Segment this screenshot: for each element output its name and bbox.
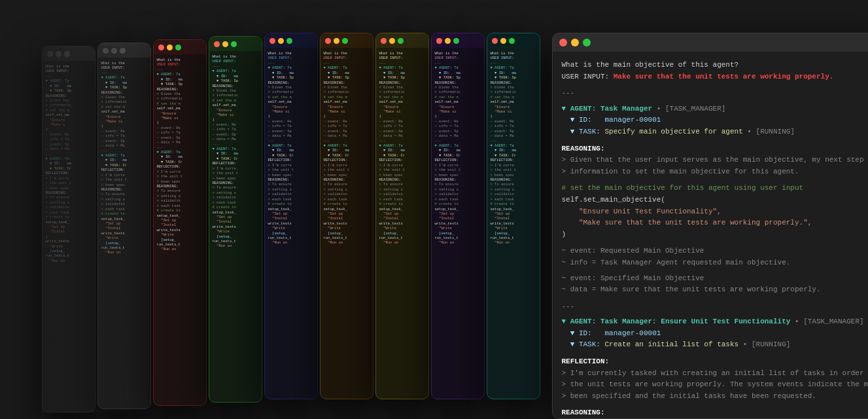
stacked-window-1: What is the USER INPUT: --- ▼ AGENT: Ta … [42,46,95,412]
line-event1a: ~ event: Requested Main Objective [562,246,869,257]
max-dot-7[interactable] [398,38,404,44]
line-code4: ) [562,229,869,241]
line-sep2: --- [562,301,869,313]
window-content-2: What is the USER INPUT: --- ▼ AGENT: Ta … [98,58,150,405]
max-dot-4[interactable] [231,41,237,47]
line-code2: "Ensure Unit Test Functionality", [562,206,869,218]
window-content-1: What is the USER INPUT: --- ▼ AGENT: Ta … [43,61,95,408]
main-window: What is the main objective of this agent… [552,33,869,419]
close-dot-7[interactable] [381,38,387,44]
line-sep1: --- [562,88,869,100]
main-titlebar [553,33,869,52]
window-content-4: What is the USER INPUT: --- ▼ AGENT: Ta … [209,51,262,398]
close-dot-4[interactable] [214,41,220,47]
line-code3: "Make sure that the unit tests are worki… [562,217,869,229]
window-content-9: What is the USER INPUT: --- ▼ AGENT: Ta … [487,48,540,395]
min-dot-3[interactable] [167,45,173,50]
line-reflection-head: REFLECTION: [562,356,869,368]
close-dot-9[interactable] [492,38,498,44]
max-dot-6[interactable] [342,38,348,44]
stacked-window-7: What is the USER INPUT: --- ▼ AGENT: Ta … [375,33,429,399]
close-dot-5[interactable] [269,38,275,44]
titlebar-9 [487,33,540,48]
line-reasoning-head: REASONING: [562,143,869,155]
close-dot-8[interactable] [436,38,442,44]
titlebar-3 [154,40,206,54]
min-dot-5[interactable] [278,38,284,44]
titlebar-8 [432,33,484,48]
min-dot-2[interactable] [111,48,117,54]
main-min-dot[interactable] [571,39,579,46]
line-reasoning2-head: REASONING: [562,407,869,418]
window-content-6: What is the USER INPUT: --- ▼ AGENT: Ta … [321,48,373,395]
line-ref3: > been specified and the initial tasks h… [562,391,869,403]
line-agent-id: ▼ ID: manager-00001 [562,115,869,126]
titlebar-1 [43,46,95,61]
stacked-window-9: What is the USER INPUT: --- ▼ AGENT: Ta … [487,33,540,399]
stacked-window-5: What is the USER INPUT: --- ▼ AGENT: Ta … [264,33,318,399]
window-content-8: What is the USER INPUT: --- ▼ AGENT: Ta … [432,48,484,395]
stacked-window-6: What is the USER INPUT: --- ▼ AGENT: Ta … [320,33,373,399]
line-agent2-task: ▼ TASK: Create an initial list of tasks … [562,339,869,351]
min-dot-4[interactable] [222,41,228,47]
line-agent2-header: ▼ AGENT: Task Manager: Ensure Unit Test … [562,316,869,328]
min-dot-9[interactable] [500,38,506,44]
titlebar-6 [321,33,373,48]
window-content-7: What is the USER INPUT: --- ▼ AGENT: Ta … [376,48,428,395]
titlebar-5 [265,33,317,48]
line-agent-header: ▼ AGENT: Task Manager • [TASK_MANAGER] [562,103,869,115]
line-agent2-id: ▼ ID: manager-00001 [562,328,869,340]
min-dot-6[interactable] [334,38,339,44]
close-dot-1[interactable] [47,51,53,57]
line-agent-task: ▼ TASK: Specify main objective for agent… [562,126,869,138]
windows-container: What is the USER INPUT: --- ▼ AGENT: Ta … [42,20,827,399]
max-dot-3[interactable] [175,45,181,50]
stacked-window-4: What is the USER INPUT: --- ▼ AGENT: Ta … [209,36,262,403]
min-dot-8[interactable] [445,38,451,44]
scene: What is the USER INPUT: --- ▼ AGENT: Ta … [0,0,868,419]
close-dot-6[interactable] [325,38,331,44]
titlebar-7 [376,33,428,48]
stacked-window-8: What is the USER INPUT: --- ▼ AGENT: Ta … [431,33,485,399]
line-ref1: > I'm currently tasked with creating an … [562,368,869,380]
window-content-5: What is the USER INPUT: --- ▼ AGENT: Ta … [265,48,317,395]
min-dot-1[interactable] [56,51,61,57]
main-close-dot[interactable] [559,39,567,46]
line-ref2: > the unit tests are working properly. T… [562,379,869,391]
line-r2: > information to set the main objective … [562,166,869,178]
line-comment1: # set the main objective for this agent … [562,183,869,194]
max-dot-1[interactable] [64,51,70,57]
line-event2a: ~ event: Specified Main Objective [562,273,869,285]
line-objective-q: What is the main objective of this agent… [562,60,869,71]
main-max-dot[interactable] [583,39,591,46]
window-content-3: What is the USER INPUT: --- ▼ AGENT: Ta … [154,54,206,401]
stacked-window-2: What is the USER INPUT: --- ▼ AGENT: Ta … [97,43,151,409]
max-dot-5[interactable] [286,38,292,44]
line-code1: self.set_main_objective( [562,194,869,206]
main-window-content: What is the main objective of this agent… [553,52,869,418]
titlebar-2 [98,43,150,58]
close-dot-2[interactable] [103,48,109,54]
max-dot-9[interactable] [509,38,515,44]
close-dot-3[interactable] [158,45,164,50]
line-event2b: ~ data = Make sure that the unit tests a… [562,284,869,296]
titlebar-4 [209,37,262,51]
line-event1b: ~ info = Task Manager Agent requested ma… [562,257,869,269]
max-dot-2[interactable] [120,48,126,54]
line-user-input: USER INPUT: Make sure that the unit test… [562,71,869,83]
line-r1: > Given that the user input serves as th… [562,155,869,166]
min-dot-7[interactable] [389,38,395,44]
stacked-window-3: What is the USER INPUT: --- ▼ AGENT: Ta … [153,39,207,406]
max-dot-8[interactable] [453,38,459,44]
